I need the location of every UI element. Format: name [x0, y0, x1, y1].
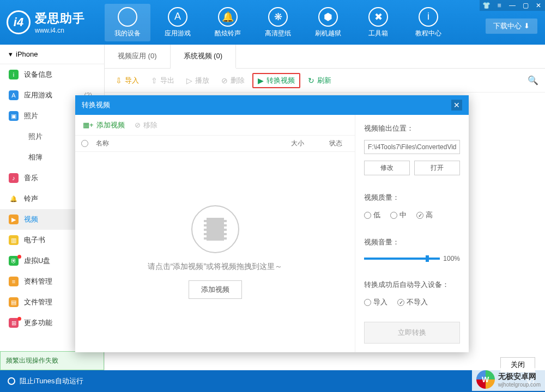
quality-radio-group: 低 中 高	[364, 210, 460, 220]
col-size[interactable]: 大小	[278, 139, 317, 148]
add-video-center-button[interactable]: 添加视频	[189, 280, 242, 299]
convert-video-dialog: 转换视频 ✕ ▦+添加视频 ⊘移除 名称 大小 状态 请点击“添加视频”或将视频…	[75, 95, 469, 352]
add-video-button[interactable]: ▦+添加视频	[83, 120, 125, 130]
checkbox-all[interactable]	[81, 140, 88, 147]
delete-icon: ⊘	[221, 76, 228, 85]
volume-slider[interactable]: 100%	[364, 255, 460, 262]
nav-ringtones[interactable]: 🔔酷炫铃声	[205, 4, 251, 41]
export-button[interactable]: ⇧导出	[147, 74, 179, 88]
refresh-button[interactable]: ↻刷新	[304, 74, 336, 88]
download-center-button[interactable]: 下载中心 ⬇	[486, 19, 537, 34]
watermark-logo-icon: W	[476, 370, 495, 389]
import-button[interactable]: ⇩导入	[111, 74, 143, 88]
tab-bar: 视频应用 (0) 系统视频 (0)	[105, 45, 545, 69]
tab-video-apps[interactable]: 视频应用 (0)	[105, 45, 171, 68]
sidebar-item-device-info[interactable]: i设备信息	[0, 64, 104, 85]
list-icon: ≡	[9, 277, 19, 286]
play-button[interactable]: ▷播放	[182, 74, 214, 88]
book-icon: ▥	[9, 235, 19, 245]
remove-button: ⊘移除	[135, 120, 158, 130]
convert-icon: ▶	[258, 76, 264, 85]
delete-button[interactable]: ⊘删除	[217, 74, 249, 88]
chevron-down-icon: ▾	[9, 50, 13, 58]
auto-import-no[interactable]: 不导入	[397, 297, 428, 307]
watermark-url: wjhotelgroup.com	[498, 382, 541, 388]
volume-label: 视频音量：	[364, 237, 460, 247]
menu-button[interactable]: ≡	[493, 0, 506, 11]
refresh-icon: ↻	[308, 76, 314, 85]
status-bar: 阻止iTunes自动运行 V7.	[0, 370, 545, 392]
convert-now-button[interactable]: 立即转换	[364, 322, 460, 344]
video-icon: ▶	[9, 215, 19, 224]
play-icon: ▷	[186, 76, 192, 85]
col-status[interactable]: 状态	[317, 139, 355, 148]
close-window-button[interactable]: ✕	[532, 0, 545, 11]
upload-icon: ⇧	[151, 76, 158, 85]
quality-mid[interactable]: 中	[390, 210, 407, 220]
tab-system-videos[interactable]: 系统视频 (0)	[171, 45, 237, 69]
window-controls: 👕 ≡ — ▢ ✕	[480, 0, 545, 11]
dialog-toolbar: ▦+添加视频 ⊘移除	[75, 115, 355, 136]
empty-hint: 请点击“添加视频”或将视频拖拽到这里～	[148, 262, 282, 272]
sidebar-warning[interactable]: 频繁出现操作失败	[0, 351, 104, 370]
modify-path-button[interactable]: 修改	[364, 161, 410, 175]
watermark: W 无极安卓网 wjhotelgroup.com	[472, 368, 545, 391]
quality-high[interactable]: 高	[416, 210, 433, 220]
dialog-close-button[interactable]: ✕	[451, 100, 462, 111]
app-header: i4 爱思助手 www.i4.cn 我的设备 A应用游戏 🔔酷炫铃声 ❋高清壁纸…	[0, 0, 545, 45]
nav-apps[interactable]: A应用游戏	[155, 4, 201, 41]
main-nav: 我的设备 A应用游戏 🔔酷炫铃声 ❋高清壁纸 ⬢刷机越狱 ✖工具箱 i教程中心	[105, 4, 545, 41]
output-path-label: 视频输出位置：	[364, 124, 460, 133]
auto-import-radio-group: 导入 不导入	[364, 297, 460, 307]
empty-state: 请点击“添加视频”或将视频拖拽到这里～ 添加视频	[75, 152, 355, 352]
brand-url: www.i4.cn	[35, 27, 85, 34]
nav-wallpaper[interactable]: ❋高清壁纸	[255, 4, 301, 41]
image-icon: ▣	[9, 111, 19, 121]
tools-icon: ✖	[368, 7, 388, 27]
dialog-title: 转换视频	[82, 100, 110, 110]
plus-icon: ▦+	[83, 121, 94, 129]
dialog-header[interactable]: 转换视频 ✕	[75, 95, 469, 115]
toolbar: ⇩导入 ⇧导出 ▷播放 ⊘删除 ▶转换视频 ↻刷新 🔍	[105, 69, 545, 93]
brand-name: 爱思助手	[35, 10, 85, 27]
info-icon: i	[419, 7, 438, 27]
logo-icon: i4	[7, 10, 31, 34]
nav-toolbox[interactable]: ✖工具箱	[355, 4, 401, 41]
folder-icon: ▤	[9, 297, 19, 307]
quality-low[interactable]: 低	[364, 210, 380, 220]
settings-panel: 视频输出位置： F:\i4Tools7\Files\ConvertedVid 修…	[355, 115, 469, 352]
nav-my-device[interactable]: 我的设备	[105, 4, 150, 41]
output-path-field[interactable]: F:\i4Tools7\Files\ConvertedVid	[364, 140, 460, 154]
nav-flash[interactable]: ⬢刷机越狱	[305, 4, 351, 41]
open-path-button[interactable]: 打开	[414, 161, 460, 175]
volume-value: 100%	[443, 255, 460, 262]
remove-icon: ⊘	[135, 121, 141, 129]
info-icon: i	[9, 70, 19, 79]
video-list-panel: ▦+添加视频 ⊘移除 名称 大小 状态 请点击“添加视频”或将视频拖拽到这里～ …	[75, 115, 355, 352]
auto-import-label: 转换成功后自动导入设备：	[364, 280, 460, 290]
col-name[interactable]: 名称	[94, 139, 278, 148]
apps-icon: A	[168, 7, 187, 27]
apple-icon	[118, 7, 137, 27]
film-icon	[191, 205, 239, 253]
badge-dot	[17, 317, 21, 321]
search-icon[interactable]: 🔍	[528, 75, 538, 86]
watermark-title: 无极安卓网	[498, 372, 541, 382]
nav-tutorials[interactable]: i教程中心	[405, 4, 451, 41]
bell-icon: 🔔	[9, 194, 19, 204]
itunes-block-label[interactable]: 阻止iTunes自动运行	[20, 376, 83, 386]
brand-logo: i4 爱思助手 www.i4.cn	[0, 10, 105, 34]
shirt-icon[interactable]: 👕	[480, 0, 493, 11]
auto-import-yes[interactable]: 导入	[364, 297, 387, 307]
minimize-button[interactable]: —	[506, 0, 519, 11]
cube-icon: ⬢	[318, 7, 338, 27]
status-ring-icon	[8, 377, 15, 385]
convert-video-button[interactable]: ▶转换视频	[252, 73, 300, 88]
bell-icon: 🔔	[218, 7, 238, 27]
maximize-button[interactable]: ▢	[519, 0, 532, 11]
quality-label: 视频质量：	[364, 193, 460, 203]
slider-thumb[interactable]	[426, 255, 429, 262]
download-icon: ⇩	[116, 76, 122, 85]
device-selector[interactable]: ▾iPhone	[0, 45, 104, 64]
apps-icon: A	[9, 90, 19, 100]
